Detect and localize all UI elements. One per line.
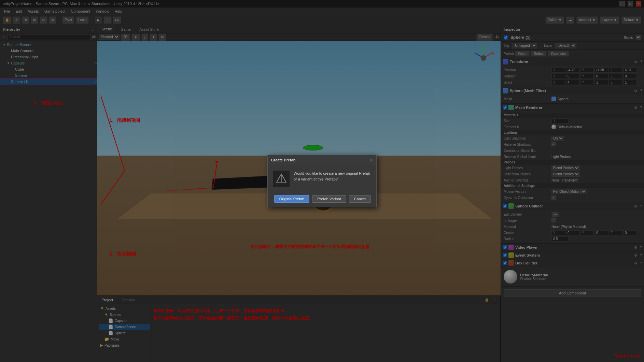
create-prefab-dialog: Create Prefab × Would you like to create… [267,155,377,207]
prefab-variant-btn[interactable]: Prefab Variant [312,195,346,203]
original-prefab-btn[interactable]: Original Prefab [274,195,309,203]
cancel-btn[interactable]: Cancel [349,195,371,203]
dialog-question-text: Would you like to create a new original … [294,171,371,187]
dialog-title-text: Create Prefab [271,158,296,162]
unity-logo-svg [275,173,288,185]
dialog-unity-icon [273,171,290,187]
dialog-title-bar: Create Prefab × [268,155,376,165]
dialog-buttons: Original Prefab Prefab Variant Cancel [268,192,376,207]
dialog-close-btn[interactable]: × [370,157,373,163]
dialog-overlay[interactable]: Create Prefab × Would you like to create… [0,0,644,362]
dialog-body: Would you like to create a new original … [268,165,376,192]
